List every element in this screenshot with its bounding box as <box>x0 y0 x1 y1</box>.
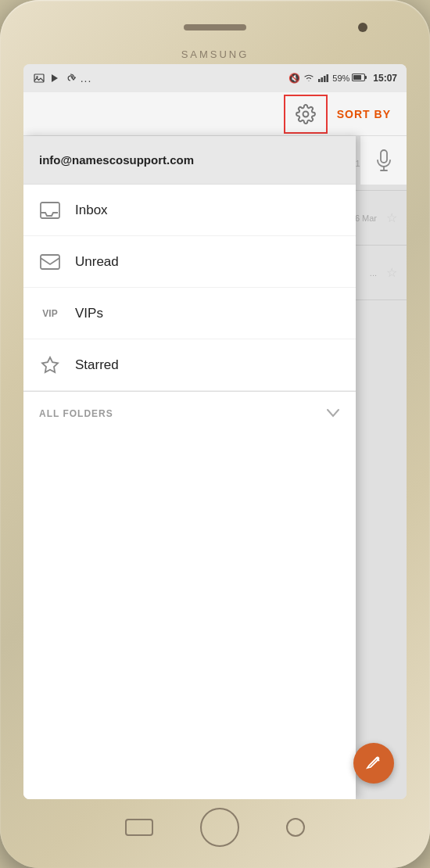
all-folders-row[interactable]: ALL FOLDERS <box>23 391 356 435</box>
menu-item-unread[interactable]: Unread <box>23 236 356 288</box>
svg-rect-3 <box>318 79 321 82</box>
time-display: 15:07 <box>373 73 397 84</box>
compose-button[interactable] <box>353 743 394 784</box>
settings-button[interactable] <box>284 95 328 134</box>
email-time-2: 6 Mar <box>355 213 377 223</box>
inbox-icon <box>39 199 61 221</box>
ellipsis-icon: ... <box>80 73 92 84</box>
back-button[interactable] <box>286 818 305 837</box>
svg-rect-9 <box>353 75 361 80</box>
phone-top-bar <box>0 0 430 47</box>
email-time-3: ... <box>370 268 377 278</box>
screen: ... 🔇 59% 15:07 <box>23 64 407 799</box>
svg-rect-5 <box>324 76 326 82</box>
svg-rect-11 <box>381 150 387 163</box>
svg-rect-0 <box>34 74 44 82</box>
brand-text: SAMSUNG <box>181 48 249 60</box>
drawer-menu: Inbox Unread VIP <box>23 185 356 799</box>
svg-rect-8 <box>365 76 367 79</box>
compose-icon <box>365 755 382 772</box>
mute-icon: 🔇 <box>288 73 300 84</box>
svg-rect-15 <box>41 255 59 269</box>
menu-item-vips[interactable]: VIP VIPs <box>23 288 356 339</box>
star-icon <box>39 354 61 376</box>
mic-button[interactable] <box>360 136 407 185</box>
account-email: info@namescosupport.com <box>39 153 194 167</box>
microphone-icon <box>375 149 392 171</box>
main-area: ced 15:07 ☆ 6 Mar ☆ ... ☆ <box>23 136 407 799</box>
email-star-2: ☆ <box>386 210 397 225</box>
chevron-down-icon <box>326 407 340 421</box>
svg-marker-16 <box>42 357 58 372</box>
status-icons-left: ... <box>33 73 92 84</box>
battery-text: 59% <box>332 74 349 83</box>
menu-item-inbox[interactable]: Inbox <box>23 185 356 236</box>
svg-point-10 <box>303 111 308 117</box>
unread-label: Unread <box>75 254 119 270</box>
play-icon <box>48 73 61 84</box>
status-icons-right: 🔇 59% 15:07 <box>288 73 397 84</box>
photo-icon <box>33 73 45 84</box>
svg-rect-6 <box>327 74 329 82</box>
drawer-account-row[interactable]: info@namescosupport.com <box>23 136 356 185</box>
svg-rect-4 <box>321 77 324 82</box>
camera-dot <box>358 23 367 32</box>
menu-item-starred[interactable]: Starred <box>23 339 356 391</box>
gear-icon <box>296 104 316 124</box>
recent-apps-button[interactable] <box>125 819 153 836</box>
sort-by-label: SORT BY <box>337 108 391 120</box>
all-folders-label: ALL FOLDERS <box>39 408 113 419</box>
svg-marker-2 <box>52 74 58 82</box>
sort-by-button[interactable]: SORT BY <box>328 95 400 134</box>
sync-icon <box>64 73 77 84</box>
envelope-icon <box>39 251 61 273</box>
phone-device: SAMSUNG ... 🔇 <box>0 0 430 868</box>
wifi-icon <box>303 73 315 84</box>
vip-badge-icon: VIP <box>39 308 61 319</box>
inbox-label: Inbox <box>75 203 108 218</box>
app-header: SORT BY <box>23 92 407 136</box>
navigation-drawer: info@namescosupport.com Inbox <box>23 136 356 799</box>
battery-icon <box>352 73 367 84</box>
vips-label: VIPs <box>75 306 103 321</box>
phone-bottom-bar <box>0 799 430 862</box>
email-star-3: ☆ <box>386 265 397 280</box>
svg-point-1 <box>36 76 38 77</box>
status-bar: ... 🔇 59% 15:07 <box>23 64 407 92</box>
starred-label: Starred <box>75 357 119 373</box>
signal-icon <box>317 73 330 84</box>
home-button[interactable] <box>200 808 239 847</box>
speaker-grille <box>184 24 246 30</box>
